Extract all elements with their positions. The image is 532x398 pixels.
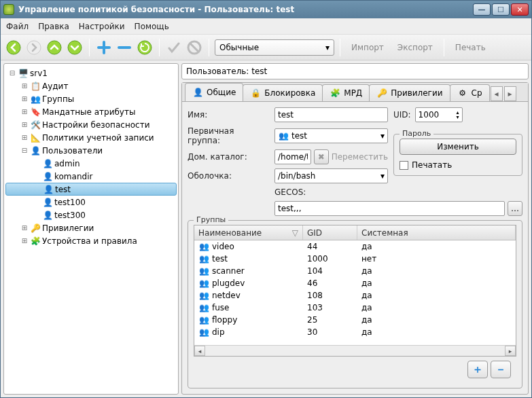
tree-item[interactable]: 👤admin [5, 157, 177, 170]
name-field[interactable] [274, 107, 388, 122]
tab[interactable]: 🔑Привилегии [369, 84, 450, 101]
change-password-button[interactable]: Изменить [400, 139, 516, 155]
filter-combo[interactable]: Обычные ▾ [215, 39, 334, 56]
tree-item[interactable]: ⊟👤Пользователи [5, 144, 177, 157]
menu-help[interactable]: Помощь [135, 22, 169, 31]
clear-home-button[interactable]: ✖ [314, 149, 329, 164]
apply-button[interactable] [165, 39, 183, 56]
tab-scroll-left[interactable]: ◂ [491, 86, 503, 101]
tree-item[interactable]: ⊞🧩Устройства и правила [5, 234, 177, 247]
table-row[interactable]: 👥netdev108да [194, 289, 516, 302]
group-icon: 👥 [30, 94, 41, 105]
col-name[interactable]: Наименование▽ [194, 225, 303, 240]
tree-item-label: Политики учетной записи [42, 133, 154, 143]
table-row[interactable]: 👥scanner104да [194, 265, 516, 277]
tree-item[interactable]: ⊟🖥️srv1 [5, 67, 177, 79]
table-row[interactable]: 👥test1000нет [194, 253, 516, 265]
tab[interactable]: 🔒Блокировка [243, 84, 323, 101]
menu-edit[interactable]: Правка [38, 22, 69, 31]
cell-system: да [357, 278, 516, 288]
shell-combo[interactable]: /bin/bash ▾ [274, 168, 388, 183]
name-label: Имя: [188, 110, 269, 120]
table-row[interactable]: 👥dip30да [194, 326, 516, 338]
tree-twisty-icon: ⊞ [20, 108, 29, 115]
cell-system: да [357, 266, 516, 276]
scroll-right-icon[interactable]: ▸ [505, 346, 516, 356]
uid-spinner[interactable]: 1000 ▴▾ [415, 107, 463, 122]
tab[interactable]: 👤Общие [185, 83, 243, 101]
tree-item-label: komandir [54, 172, 92, 181]
cell-name: netdev [212, 291, 241, 300]
remove-group-button[interactable]: － [491, 361, 511, 378]
tree-item[interactable]: 👤test300 [5, 209, 177, 221]
tree-twisty-icon: ⊞ [20, 95, 29, 103]
primary-group-combo[interactable]: 👥 test ▾ [274, 128, 388, 143]
add-button[interactable] [95, 39, 113, 56]
home-field[interactable] [274, 149, 311, 164]
tree-item[interactable]: ⊞🛠️Настройки безопасности [5, 118, 177, 131]
cell-gid: 108 [303, 291, 357, 300]
cell-gid: 44 [303, 242, 357, 251]
export-button[interactable]: Экспорт [392, 43, 438, 52]
toolbar: Обычные ▾ Импорт Экспорт Печать [1, 35, 531, 60]
tree-item-label: Группы [42, 94, 74, 104]
cancel-button[interactable] [185, 39, 203, 56]
table-body[interactable]: 👥video44да👥test1000нет👥scanner104да👥plug… [194, 240, 516, 345]
priv-icon: 🔑 [30, 223, 41, 234]
minimize-button[interactable]: — [473, 3, 491, 16]
cell-system: да [357, 242, 516, 251]
tab-scroll-right[interactable]: ▸ [504, 86, 516, 101]
tree-item[interactable]: ⊞🔑Привилегии [5, 221, 177, 234]
import-button[interactable]: Импорт [346, 43, 389, 52]
col-gid[interactable]: GID [303, 225, 357, 240]
close-button[interactable]: ✕ [511, 3, 529, 16]
svg-point-1 [27, 41, 41, 54]
tree-item[interactable]: 👤komandir [5, 170, 177, 183]
tab-label: Общие [207, 88, 236, 97]
table-row[interactable]: 👥plugdev46да [194, 277, 516, 289]
tree-item[interactable]: ⊞👥Группы [5, 92, 177, 105]
group-icon: 👥 [198, 290, 209, 301]
gecos-more-button[interactable]: … [508, 201, 522, 216]
cell-name: video [212, 242, 234, 251]
tree-item-label: Аудит [42, 82, 68, 91]
cell-gid: 103 [303, 303, 357, 312]
col-system[interactable]: Системная [357, 225, 516, 240]
tab[interactable]: ⚙Ср [450, 84, 490, 101]
nav-back-button[interactable] [5, 39, 22, 56]
add-group-button[interactable]: ＋ [467, 361, 488, 378]
nav-tree[interactable]: ⊟🖥️srv1⊞📋Аудит⊞👥Группы⊞🔖Мандатные атрибу… [3, 63, 179, 395]
gecos-field[interactable] [274, 201, 505, 216]
nav-forward-button[interactable] [25, 39, 43, 56]
nav-down-button[interactable] [66, 39, 84, 56]
menu-settings[interactable]: Настройки [79, 22, 125, 31]
scroll-left-icon[interactable]: ◂ [194, 346, 205, 356]
tree-item[interactable]: ⊞📋Аудит [5, 79, 177, 92]
tree-item[interactable]: ⊞📐Политики учетной записи [5, 131, 177, 144]
menu-file[interactable]: Файл [6, 22, 29, 31]
tree-item-label: test [55, 185, 71, 194]
tabs: 👤Общие🔒Блокировка🧩МРД🔑Привилегии⚙Ср◂ ▸ [182, 83, 528, 102]
tab[interactable]: 🧩МРД [322, 84, 370, 101]
tree-item[interactable]: 👤test [5, 183, 177, 196]
tree-item[interactable]: ⊞🔖Мандатные атрибуты [5, 105, 177, 118]
remove-button[interactable] [116, 39, 133, 56]
cell-name: fuse [212, 303, 229, 312]
refresh-button[interactable] [136, 39, 154, 56]
chevron-down-icon: ▾ [325, 43, 330, 52]
cell-name: dip [212, 327, 225, 337]
tree-twisty-icon: ⊞ [20, 121, 29, 128]
cell-gid: 25 [303, 315, 357, 325]
print-button[interactable]: Печать [450, 43, 491, 52]
maximize-button[interactable]: ☐ [492, 3, 510, 16]
nav-up-button[interactable] [46, 39, 63, 56]
tree-item[interactable]: 👤test100 [5, 196, 177, 209]
table-row[interactable]: 👥fuse103да [194, 302, 516, 314]
print-password-checkbox[interactable]: Печатать [400, 160, 516, 170]
table-row[interactable]: 👥floppy25да [194, 314, 516, 326]
cell-name: plugdev [212, 278, 245, 288]
table-row[interactable]: 👥video44да [194, 240, 516, 253]
cell-system: да [357, 303, 516, 312]
h-scrollbar[interactable]: ◂ ▸ [194, 345, 516, 356]
cell-gid: 46 [303, 278, 357, 288]
